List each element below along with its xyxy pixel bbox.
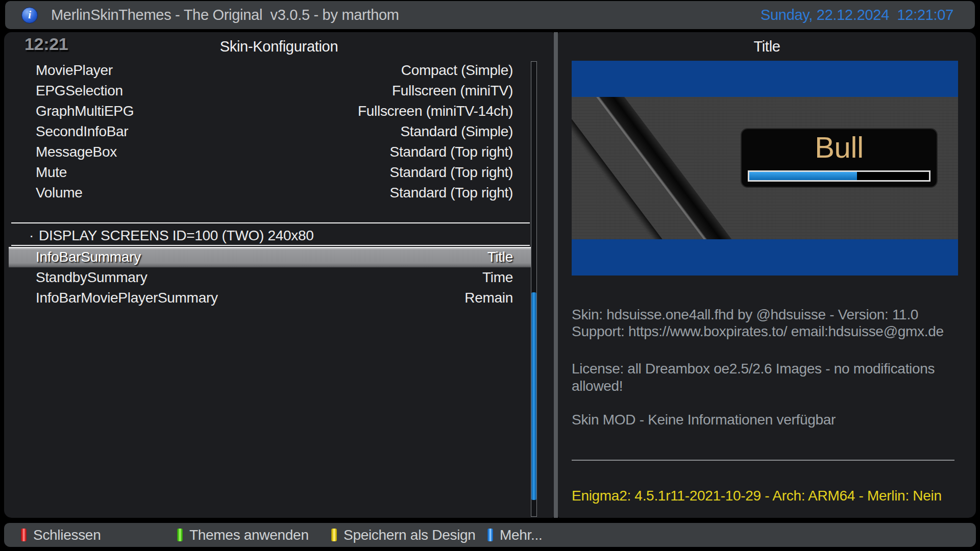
skin-preview-image: Bull	[572, 61, 958, 276]
button-bar: Schliessen Themes anwenden Speichern als…	[4, 523, 976, 547]
list-item[interactable]: MessageBox Standard (Top right)	[9, 142, 534, 162]
summary-list: InfoBarSummary Title StandbySummary Time…	[9, 247, 534, 308]
red-button-icon	[21, 529, 27, 541]
merlin-skin-themes-window: i MerlinSkinThemes - The Original v3.0.5…	[0, 0, 980, 551]
progress-fill	[749, 172, 857, 180]
apply-themes-button[interactable]: Themes anwenden	[177, 523, 309, 547]
panel-divider	[554, 32, 558, 518]
list-item[interactable]: EPGSelection Fullscreen (miniTV)	[9, 81, 534, 101]
setting-value: Standard (Top right)	[390, 164, 513, 181]
setting-value: Fullscreen (miniTV)	[392, 83, 513, 99]
yellow-button-icon	[331, 529, 337, 541]
section-header-text: DISPLAY SCREENS ID=100 (TWO) 240x80	[39, 228, 314, 244]
list-item[interactable]: GraphMultiEPG Fullscreen (miniTV-14ch)	[9, 101, 534, 121]
setting-value: Standard (Top right)	[390, 144, 513, 160]
setting-value: Compact (Simple)	[401, 62, 513, 79]
list-item[interactable]: Volume Standard (Top right)	[9, 183, 534, 203]
setting-label: MoviePlayer	[36, 62, 113, 79]
lcd-title-text: Bull	[742, 130, 937, 164]
list-item[interactable]: StandbySummary Time	[9, 267, 534, 288]
list-item[interactable]: InfoBarMoviePlayerSummary Remain	[9, 288, 534, 308]
info-separator	[572, 460, 954, 461]
setting-value: Standard (Simple)	[400, 123, 513, 140]
title-bar: i MerlinSkinThemes - The Original v3.0.5…	[5, 1, 975, 29]
save-as-design-button[interactable]: Speichern als Design	[331, 523, 476, 547]
support-info-line: Support: https://www.boxpirates.to/ emai…	[572, 323, 961, 340]
enigma-version-line: Enigma2: 4.5.1r11-2021-10-29 - Arch: ARM…	[572, 487, 961, 505]
list-item-selected[interactable]: InfoBarSummary Title	[9, 247, 534, 267]
lcd-display-mockup: Bull	[741, 128, 938, 188]
license-info-line: License: all Dreambox oe2.5/2.6 Images -…	[572, 360, 961, 395]
skin-configuration-panel: 12:21 Skin-Konfiguration MoviePlayer Com…	[4, 32, 554, 518]
preview-panel: Title Bull Skin: hdsuisse.one4all.fhd by…	[558, 32, 976, 518]
skin-mod-info-line: Skin MOD - Keine Informationen verfügbar	[572, 411, 961, 429]
bullet-icon: ·	[29, 228, 34, 244]
right-panel-title: Title	[558, 38, 976, 55]
green-button-icon	[177, 529, 183, 541]
setting-label: SecondInfoBar	[36, 123, 128, 140]
close-button[interactable]: Schliessen	[21, 523, 101, 547]
list-item[interactable]: SecondInfoBar Standard (Simple)	[9, 121, 534, 142]
scrollbar-thumb[interactable]	[531, 292, 536, 500]
setting-label: EPGSelection	[36, 83, 123, 99]
left-panel-title: Skin-Konfiguration	[4, 38, 554, 55]
button-label: Themes anwenden	[189, 527, 309, 543]
section-header-display-screens: · DISPLAY SCREENS ID=100 (TWO) 240x80	[9, 226, 534, 245]
list-item[interactable]: Mute Standard (Top right)	[9, 162, 534, 183]
section-separator-top	[11, 222, 530, 223]
setting-value: Remain	[464, 290, 513, 306]
setting-value: Standard (Top right)	[390, 185, 513, 201]
info-icon: i	[21, 7, 38, 23]
setting-label: InfoBarMoviePlayerSummary	[36, 290, 218, 306]
more-button[interactable]: Mehr...	[487, 523, 543, 547]
button-label: Mehr...	[500, 527, 543, 543]
setting-label: InfoBarSummary	[36, 249, 141, 265]
setting-label: StandbySummary	[36, 269, 147, 286]
setting-label: Mute	[36, 164, 67, 181]
settings-list: MoviePlayer Compact (Simple) EPGSelectio…	[9, 60, 534, 203]
setting-value: Time	[482, 269, 513, 286]
scrollbar[interactable]	[531, 61, 537, 517]
button-label: Speichern als Design	[344, 527, 476, 543]
preview-top-bar	[572, 61, 958, 97]
list-item[interactable]: MoviePlayer Compact (Simple)	[9, 60, 534, 81]
section-separator-bottom	[11, 245, 530, 246]
setting-label: Volume	[36, 185, 83, 201]
lcd-progress-bar	[748, 170, 930, 182]
setting-value: Fullscreen (miniTV-14ch)	[358, 103, 513, 119]
window-title: MerlinSkinThemes - The Original v3.0.5 -…	[51, 7, 399, 23]
skin-info-line: Skin: hdsuisse.one4all.fhd by @hdsuisse …	[572, 306, 961, 323]
setting-label: GraphMultiEPG	[36, 103, 134, 119]
date-time: Sunday, 22.12.2024 12:21:07	[761, 7, 953, 23]
setting-label: MessageBox	[36, 144, 117, 160]
preview-bottom-bar	[572, 239, 958, 276]
button-label: Schliessen	[33, 527, 101, 543]
blue-button-icon	[487, 529, 493, 541]
setting-value: Title	[487, 249, 513, 265]
